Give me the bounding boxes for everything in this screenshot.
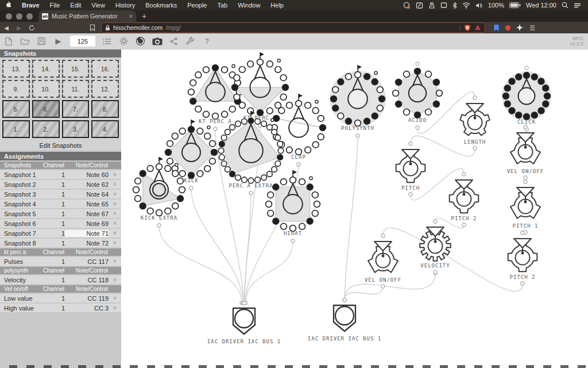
play-button[interactable]: ▶ (50, 37, 67, 45)
step-dot[interactable] (172, 203, 179, 209)
step-dot[interactable] (203, 111, 210, 117)
macos-dock-edge[interactable] (0, 365, 588, 368)
step-dot[interactable] (261, 121, 267, 126)
share-button[interactable] (165, 37, 182, 45)
step-dot[interactable] (287, 102, 293, 109)
step-dot[interactable] (234, 94, 240, 100)
step-dot[interactable] (188, 89, 195, 95)
help-button[interactable]: ? (199, 37, 215, 45)
step-dot[interactable] (242, 119, 247, 125)
library-list-button[interactable] (99, 38, 115, 45)
step-dot[interactable] (355, 72, 361, 78)
step-dot[interactable] (197, 171, 203, 177)
step-dot[interactable] (172, 170, 179, 177)
step-dot[interactable] (524, 72, 530, 79)
step-dot[interactable] (543, 101, 549, 107)
snapshot-cell-9[interactable]: 9. (2, 80, 30, 98)
step-dot[interactable] (165, 208, 171, 214)
snapshot-cell-12[interactable]: 12. (91, 80, 119, 98)
step-dot[interactable] (219, 155, 225, 160)
step-dot[interactable] (266, 61, 273, 67)
step-dot[interactable] (434, 101, 440, 108)
node-length[interactable]: LENGTH (460, 96, 490, 150)
node-iac-r[interactable]: IAC DRIVER IAC BUS 1 (308, 298, 381, 342)
menu-item-help[interactable]: Help (265, 0, 289, 10)
menu-item-people[interactable]: People (182, 0, 212, 10)
step-dot[interactable] (434, 79, 440, 86)
save-project-button[interactable] (33, 37, 50, 45)
step-dot[interactable] (140, 170, 146, 177)
browser-tab[interactable]: wh Music Pattern Generator × (38, 10, 136, 22)
step-dot[interactable] (436, 90, 443, 97)
step-dot[interactable] (346, 74, 352, 80)
step-dot[interactable] (179, 128, 185, 135)
snapshot-cell-11[interactable]: 11. (62, 80, 90, 98)
step-dot[interactable] (204, 133, 211, 139)
extension-icon[interactable] (516, 24, 523, 31)
snapshot-cell-1[interactable]: 1. (2, 120, 30, 138)
step-dot[interactable] (212, 65, 219, 71)
tab-close-icon[interactable]: × (129, 13, 133, 20)
step-dot[interactable] (268, 192, 274, 198)
assignment-delete-button[interactable]: × (109, 220, 121, 227)
step-dot[interactable] (172, 133, 178, 139)
node-velocity[interactable]: VELOCITY (420, 220, 451, 274)
step-dot[interactable] (504, 101, 510, 107)
step-dot[interactable] (147, 166, 153, 172)
volume-icon[interactable] (475, 2, 483, 9)
step-dot[interactable] (404, 71, 410, 78)
step-dot[interactable] (266, 201, 272, 208)
step-dot[interactable] (404, 109, 410, 116)
step-dot[interactable] (312, 108, 319, 114)
step-dot[interactable] (248, 118, 254, 124)
assignment-delete-button[interactable]: × (109, 181, 121, 187)
forward-button[interactable]: ▶ (13, 25, 25, 31)
back-button[interactable]: ◀ (0, 25, 13, 31)
step-dot[interactable] (235, 121, 241, 126)
step-dot[interactable] (543, 85, 549, 91)
window-minimize-button[interactable] (16, 13, 22, 20)
step-dot[interactable] (287, 147, 293, 153)
step-dot[interactable] (281, 223, 287, 229)
step-dot[interactable] (396, 101, 402, 108)
step-dot[interactable] (156, 164, 163, 170)
step-dot[interactable] (312, 210, 318, 217)
step-dot[interactable] (504, 85, 510, 91)
menu-item-bookmarks[interactable]: Bookmarks (140, 0, 182, 10)
step-dot[interactable] (544, 93, 551, 99)
wifi-icon[interactable] (462, 2, 470, 9)
assignment-delete-button[interactable]: × (109, 277, 121, 283)
patch-canvas[interactable]: KT PERC AKT PERC BCLAPKICKPERC A EXTRAKI… (121, 49, 588, 368)
step-dot[interactable] (299, 223, 305, 229)
step-dot[interactable] (296, 101, 302, 107)
step-dot[interactable] (332, 105, 339, 112)
step-dot[interactable] (332, 87, 339, 93)
step-dot[interactable] (290, 177, 296, 183)
step-dot[interactable] (280, 94, 287, 100)
step-dot[interactable] (255, 119, 261, 125)
menu-item-tab[interactable]: Tab (212, 0, 233, 10)
node-vel-onoff-r[interactable]: VEL ON/OFF (507, 125, 544, 179)
snapshot-cell-10[interactable]: 10. (32, 80, 60, 98)
bluetooth-icon[interactable] (452, 2, 457, 9)
menu-item-history[interactable]: History (110, 0, 140, 10)
step-dot[interactable] (211, 150, 218, 156)
step-dot[interactable] (147, 208, 153, 214)
step-dot[interactable] (531, 74, 537, 80)
step-dot[interactable] (509, 78, 515, 85)
snapshot-camera-button[interactable] (149, 37, 165, 45)
step-dot[interactable] (277, 141, 283, 147)
assignment-delete-button[interactable]: × (109, 240, 121, 246)
step-dot[interactable] (314, 201, 320, 208)
step-dot[interactable] (364, 74, 370, 80)
snapshot-cell-16[interactable]: 16. (91, 60, 119, 78)
window-zoom-button[interactable] (26, 13, 33, 20)
step-dot[interactable] (318, 134, 324, 140)
step-dot[interactable] (516, 112, 522, 118)
node-polysynth[interactable]: POLYSYNTH (330, 65, 386, 137)
snapshot-cell-3[interactable]: 3. (62, 120, 90, 138)
step-dot[interactable] (219, 141, 225, 147)
step-dot[interactable] (393, 90, 399, 97)
metronome-status-icon[interactable] (428, 2, 435, 9)
node-click[interactable]: CLICK (502, 66, 551, 131)
